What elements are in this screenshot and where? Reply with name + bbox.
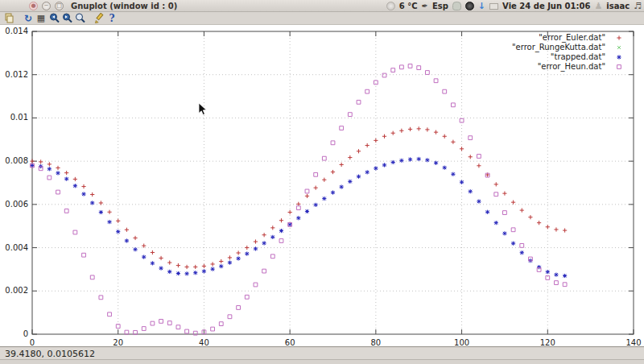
zoom-previous-button[interactable] bbox=[48, 13, 60, 24]
configure-button[interactable] bbox=[93, 13, 105, 24]
grid-lines bbox=[32, 31, 634, 334]
copy-icon bbox=[4, 13, 14, 23]
window-controls: ● − □ bbox=[29, 2, 64, 10]
maximize-button[interactable]: □ bbox=[55, 2, 64, 10]
toggle-grid-button[interactable]: ▦ bbox=[35, 13, 47, 24]
svg-text:120: 120 bbox=[540, 338, 555, 346]
replot-button[interactable]: ↻ bbox=[23, 13, 34, 24]
series-open-square bbox=[31, 64, 567, 335]
pen-icon[interactable]: ✒ bbox=[422, 2, 428, 10]
help-icon: ? bbox=[109, 14, 114, 23]
svg-text:0: 0 bbox=[30, 338, 35, 346]
legend-marker bbox=[617, 55, 621, 59]
autoscale-icon bbox=[75, 13, 85, 23]
language-indicator[interactable]: Esp bbox=[432, 2, 448, 10]
help-button[interactable]: ? bbox=[106, 13, 118, 24]
svg-text:100: 100 bbox=[454, 338, 469, 346]
status-bar: 39.4180, 0.0105612 bbox=[0, 346, 644, 364]
plot-border bbox=[32, 31, 634, 334]
svg-text:20: 20 bbox=[113, 338, 123, 346]
legend: "error_Euler.dat""error_RungeKutta.dat""… bbox=[512, 33, 621, 72]
window-title: Gnuplot (window id : 0) bbox=[71, 2, 177, 10]
clock-label[interactable]: Vie 24 de Jun 01:06 bbox=[502, 2, 590, 10]
power-icon[interactable] bbox=[465, 2, 474, 10]
svg-text:0.006: 0.006 bbox=[5, 200, 28, 209]
svg-text:140: 140 bbox=[625, 338, 641, 346]
pencil-icon bbox=[94, 13, 105, 23]
mail-icon[interactable] bbox=[489, 3, 498, 10]
cursor-coordinates: 39.4180, 0.0105612 bbox=[0, 348, 644, 360]
svg-text:0: 0 bbox=[23, 329, 28, 338]
toolbar-spacer bbox=[87, 13, 92, 24]
zoom-next-icon bbox=[62, 13, 72, 23]
svg-text:0.008: 0.008 bbox=[5, 156, 28, 165]
legend-marker bbox=[617, 35, 621, 39]
svg-text:80: 80 bbox=[370, 338, 381, 346]
svg-text:60: 60 bbox=[285, 338, 295, 346]
gnuplot-toolbar: ↻ ▦ ? bbox=[0, 12, 644, 25]
toolbar-spacer bbox=[16, 13, 21, 24]
minimize-button[interactable]: − bbox=[42, 2, 51, 10]
top-panel: ● − □ Gnuplot (window id : 0) 6 °C ✒ Esp… bbox=[0, 0, 644, 12]
svg-text:0.01: 0.01 bbox=[10, 113, 28, 122]
close-button[interactable]: ● bbox=[29, 2, 38, 10]
svg-text:0.002: 0.002 bbox=[5, 286, 28, 295]
legend-label: "trapped.dat" bbox=[551, 52, 605, 61]
legend-marker bbox=[617, 65, 621, 69]
weather-icon[interactable] bbox=[386, 2, 395, 10]
legend-label: "error_RungeKutta.dat" bbox=[512, 43, 605, 52]
legend-label: "error_Heun.dat" bbox=[538, 62, 605, 72]
panel-indicators: 6 °C ✒ Esp ↓ Vie 24 de Jun 01:06 ♟ isaac… bbox=[386, 2, 644, 10]
legend-label: "error_Euler.dat" bbox=[539, 33, 605, 43]
copy-button[interactable] bbox=[3, 13, 14, 24]
temperature-label[interactable]: 6 °C bbox=[399, 2, 418, 10]
autoscale-button[interactable] bbox=[74, 13, 85, 24]
gnuplot-chart[interactable]: 02040608010012014000.0020.0040.0060.0080… bbox=[0, 25, 644, 346]
legend-marker bbox=[617, 46, 621, 49]
user-label[interactable]: isaac bbox=[606, 2, 630, 10]
user-icon[interactable]: ♟ bbox=[594, 2, 602, 10]
replot-icon: ↻ bbox=[24, 14, 32, 23]
zoom-previous-icon bbox=[49, 13, 60, 23]
svg-text:40: 40 bbox=[199, 338, 209, 346]
svg-text:0.014: 0.014 bbox=[5, 27, 28, 35]
download-arrow-icon[interactable]: ↓ bbox=[478, 2, 485, 10]
plot-canvas[interactable]: 02040608010012014000.0020.0040.0060.0080… bbox=[0, 25, 644, 346]
grid-icon: ▦ bbox=[37, 14, 45, 23]
zoom-next-button[interactable] bbox=[61, 13, 72, 24]
svg-text:0.004: 0.004 bbox=[5, 243, 28, 252]
svg-text:0.012: 0.012 bbox=[5, 70, 28, 79]
speaker-icon[interactable]: ♬ bbox=[634, 2, 642, 10]
network-icon[interactable] bbox=[452, 2, 461, 10]
axis-ticks bbox=[32, 31, 634, 334]
